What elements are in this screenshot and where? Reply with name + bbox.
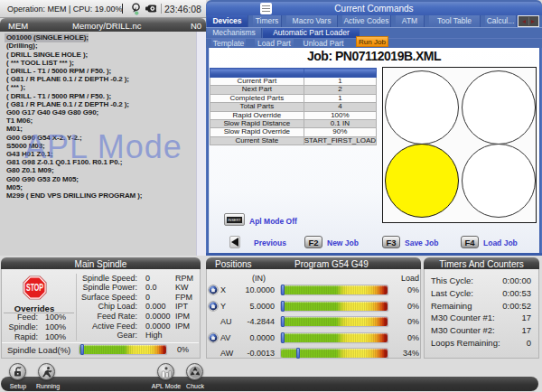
svg-text:STOP: STOP [26,283,43,293]
